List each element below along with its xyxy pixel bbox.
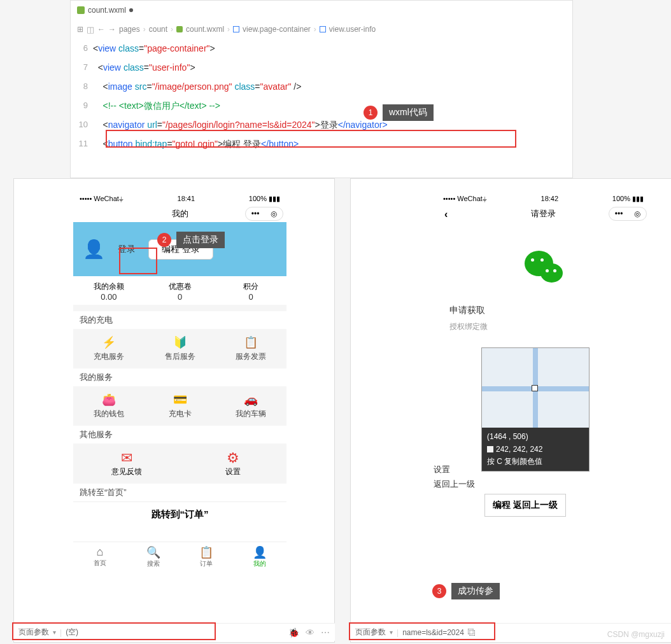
phone-status-bar: ••••• WeChat⏚ 18:42 100% ▮▮▮ <box>437 192 650 206</box>
wechat-logo-icon <box>521 248 566 286</box>
watermark: CSDN @mgxuzji <box>607 630 665 639</box>
section-other: 其他服务 <box>73 426 286 444</box>
bookmark-icon[interactable]: ◫ <box>87 25 94 34</box>
line-gutter: 678 91011 <box>71 39 93 153</box>
simulator-panel-1: ••••• WeChat⏚ 18:41 100% ▮▮▮ 我的 •••◎ 👤 登… <box>13 178 335 643</box>
breadcrumb-seg[interactable]: count.wxml <box>186 25 224 34</box>
page-params-bar-1: 页面参数 ▾ | (空) 🐞 👁 ⋯ <box>13 623 335 641</box>
file-icon <box>176 26 183 32</box>
callout-label: 点击登录 <box>176 232 225 248</box>
jump-label: 跳转至“首页” <box>73 484 286 501</box>
capsule-buttons[interactable]: •••◎ <box>245 207 283 221</box>
breadcrumb-seg[interactable]: pages <box>119 25 140 34</box>
grid-after-sale[interactable]: 🔰售后服务 <box>145 329 216 368</box>
breadcrumb-bar: ⊞ ◫ ← → pages› count› count.wxml› view.p… <box>71 20 572 39</box>
wxml-file-icon <box>77 6 85 14</box>
stat-points[interactable]: 积分0 <box>215 276 286 305</box>
callout-1: 1 wxml代码 <box>364 104 434 121</box>
simulator-panel-2: ••••• WeChat⏚ 18:42 100% ▮▮▮ ‹ 请登录 •••◎ … <box>350 178 671 643</box>
auth-subtitle: 授权绑定微 <box>437 316 650 337</box>
tab-home[interactable]: ⌂首页 <box>73 542 127 573</box>
grid-settings[interactable]: ⚙设置 <box>180 450 287 477</box>
login-banner: 👤 登录 编程 登录 <box>73 222 286 276</box>
callout-badge: 2 <box>157 233 171 247</box>
card-icon: 💳 <box>145 393 216 407</box>
callout-badge: 1 <box>364 106 378 120</box>
stat-coupon[interactable]: 优惠卷0 <box>145 276 216 305</box>
mail-icon: ✉ <box>73 450 180 466</box>
auth-request-text: 申请获取 <box>437 305 650 316</box>
link-list[interactable]: 设置 返回上一级 <box>434 462 475 492</box>
order-icon: 📋 <box>180 545 234 559</box>
grid-invoice[interactable]: 📋服务发票 <box>215 329 286 368</box>
section-service: 我的服务 <box>73 368 286 386</box>
wallet-icon: 👛 <box>73 393 145 407</box>
nav-back-icon[interactable]: ← <box>97 25 105 34</box>
tab-mine[interactable]: 👤我的 <box>233 542 286 573</box>
grid-feedback[interactable]: ✉意见反馈 <box>73 450 180 477</box>
callout-2: 2 点击登录 <box>157 232 225 248</box>
picker-info: (1464 , 506) 242, 242, 242 按 C 复制颜色值 <box>482 428 589 471</box>
user-icon: 👤 <box>233 545 286 559</box>
more-icon[interactable]: ⋯ <box>321 627 330 638</box>
bug-icon[interactable]: 🐞 <box>288 627 299 638</box>
tabbar: ⌂首页 🔍搜索 📋订单 👤我的 <box>73 542 286 573</box>
tab-filename: count.wxml <box>88 6 126 15</box>
highlight-params-empty <box>12 622 216 640</box>
breadcrumb-seg[interactable]: count <box>149 25 167 34</box>
phone-frame-1: ••••• WeChat⏚ 18:41 100% ▮▮▮ 我的 •••◎ 👤 登… <box>73 192 286 573</box>
modified-indicator <box>129 8 133 12</box>
highlight-line-10 <box>106 130 516 148</box>
tab-order[interactable]: 📋订单 <box>180 542 234 573</box>
grid-car[interactable]: 🚗我的车辆 <box>215 386 286 426</box>
car-icon: 🚗 <box>215 393 286 407</box>
nav-fwd-icon[interactable]: → <box>108 25 116 34</box>
grid-wallet[interactable]: 👛我的钱包 <box>73 386 145 426</box>
capsule-buttons[interactable]: •••◎ <box>609 207 647 221</box>
back-icon[interactable]: ‹ <box>444 209 448 220</box>
callout-badge: 3 <box>432 584 446 598</box>
program-back-button[interactable]: 编程 返回上一级 <box>484 494 566 517</box>
phone-status-bar: ••••• WeChat⏚ 18:41 100% ▮▮▮ <box>73 192 286 206</box>
color-picker-magnifier: (1464 , 506) 242, 242, 242 按 C 复制颜色值 <box>481 347 590 472</box>
picker-coord: (1464 , 506) <box>487 431 584 443</box>
callout-label: wxml代码 <box>383 104 434 121</box>
highlight-login-link <box>119 248 157 274</box>
phone-nav-title: ‹ 请登录 •••◎ <box>437 206 650 222</box>
breadcrumb-seg[interactable]: view.user-info <box>329 25 376 34</box>
picker-hint: 按 C 复制颜色值 <box>487 456 584 468</box>
callout-label: 成功传参 <box>451 583 500 599</box>
color-swatch <box>487 446 493 452</box>
editor-tabs: count.wxml <box>71 1 572 20</box>
callout-3: 3 成功传参 <box>432 583 500 599</box>
home-icon: ⌂ <box>73 545 127 559</box>
stats-row: 我的余额0.00 优惠卷0 积分0 <box>73 276 286 311</box>
element-icon <box>233 26 239 32</box>
charge-icon: ⚡ <box>73 335 145 349</box>
jump-order-button[interactable]: 跳转到“订单” <box>73 501 286 527</box>
gear-icon: ⚙ <box>180 450 287 466</box>
invoice-icon: 📋 <box>215 335 286 349</box>
tab-search[interactable]: 🔍搜索 <box>127 542 180 573</box>
grid-charge-service[interactable]: ⚡充电服务 <box>73 329 145 368</box>
phone-nav-title: 我的 •••◎ <box>73 206 286 222</box>
breadcrumb-seg[interactable]: view.page-container <box>243 25 311 34</box>
person-icon: 👤 <box>83 239 105 260</box>
search-icon: 🔍 <box>127 545 180 559</box>
code-editor-panel: count.wxml ⊞ ◫ ← → pages› count› count.w… <box>70 0 573 178</box>
phone-frame-2: ••••• WeChat⏚ 18:42 100% ▮▮▮ ‹ 请登录 •••◎ … <box>437 192 650 573</box>
highlight-params-value <box>349 622 495 640</box>
picker-rgb: 242, 242, 242 <box>496 445 542 454</box>
service-icon: 🔰 <box>145 335 216 349</box>
element-icon <box>320 26 326 32</box>
layout-icon[interactable]: ⊞ <box>77 25 83 34</box>
eye-icon[interactable]: 👁 <box>306 627 314 638</box>
section-charging: 我的充电 <box>73 311 286 329</box>
grid-card[interactable]: 💳充电卡 <box>145 386 216 426</box>
stat-balance[interactable]: 我的余额0.00 <box>73 276 145 305</box>
editor-tab[interactable]: count.wxml <box>71 3 139 18</box>
